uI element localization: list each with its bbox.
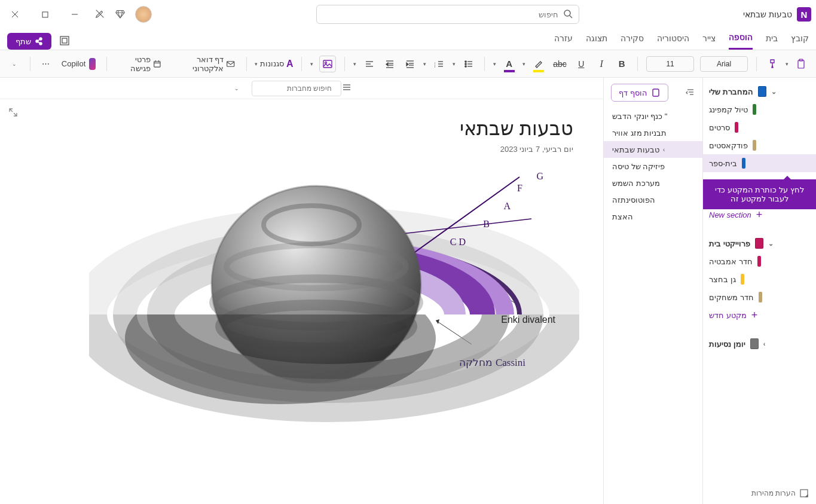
tab-view[interactable]: תצוגה [586, 29, 607, 50]
numbering-button[interactable]: 123 [432, 56, 447, 72]
close-button[interactable] [5, 4, 25, 25]
maximize-button[interactable] [35, 4, 55, 25]
page-item[interactable]: פיזיקה של טיסה [604, 158, 702, 175]
format-painter-icon[interactable] [765, 56, 781, 72]
page-item[interactable]: האצת [604, 208, 702, 225]
page-item[interactable]: הפוטוסינתזה [604, 191, 702, 208]
chevron-down-icon[interactable]: ▾ [310, 61, 313, 67]
copilot-button[interactable]: Copilot [59, 56, 98, 72]
strikethrough-button[interactable]: abc [552, 56, 568, 72]
section-podcasts[interactable]: פודקאסטים [703, 136, 816, 154]
svg-point-14 [465, 60, 466, 62]
tab-insert[interactable]: הוספה [729, 29, 753, 50]
styles-button[interactable]: A סגנונות ▾ [255, 56, 294, 72]
canvas: ⌄ טבעות שבתאי יום רביעי, 7 ביוני 2023 [0, 78, 603, 504]
notebook-search[interactable]: ⌄ [252, 81, 341, 96]
tabs: קובץ בית הוספה צייר היסטוריה סקירה תצוגה… [554, 29, 809, 50]
chevron-down-icon[interactable]: ▾ [786, 61, 789, 67]
diamond-icon[interactable] [115, 8, 126, 21]
tabs-left-actions: שתף [7, 33, 71, 50]
titlebar-left [5, 4, 152, 25]
section-school[interactable]: בית-ספר [703, 154, 816, 172]
tab-help[interactable]: עזרה [554, 29, 573, 50]
font-name-select[interactable]: Arial [700, 56, 748, 72]
align-button[interactable] [362, 56, 377, 72]
add-page-button[interactable]: הוסף דף [611, 84, 668, 102]
notebook-header[interactable]: ⌄ המחברת שלי [703, 83, 816, 100]
page-item[interactable]: תבניות מזג אוויר [604, 124, 702, 141]
main: ⌄ המחברת שלי טיול קמפינג סרטים פודקאסטים… [0, 78, 816, 504]
section-camping[interactable]: טיול קמפינג [703, 100, 816, 118]
ring-label-b: B [483, 219, 490, 230]
svg-rect-7 [60, 36, 69, 45]
fullscreen-icon[interactable] [59, 35, 71, 48]
indent-decrease-button[interactable] [383, 56, 397, 72]
share-button[interactable]: שתף [7, 33, 51, 50]
highlight-button[interactable] [531, 56, 546, 72]
tab-review[interactable]: סקירה [621, 29, 644, 50]
canvas-toolbar: ⌄ [0, 78, 603, 99]
svg-point-10 [36, 40, 38, 42]
section-gameroom[interactable]: חדר משחקים [703, 288, 816, 306]
chevron-down-icon[interactable]: ▾ [453, 61, 456, 67]
page-item[interactable]: מערכת השמש [604, 175, 702, 191]
page-item[interactable]: ›טבעות שבתאי [604, 141, 702, 158]
chevron-down-icon[interactable]: ▾ [423, 61, 426, 67]
bullets-button[interactable] [462, 56, 476, 72]
indent-increase-button[interactable] [403, 56, 417, 72]
tab-draw[interactable]: צייר [702, 29, 716, 50]
page-title[interactable]: טבעות שבתאי [12, 117, 573, 140]
new-section2-button[interactable]: +מקטע חדש [703, 306, 816, 324]
avatar[interactable] [135, 6, 152, 23]
tooltip: לחץ על כותרת המקטע כדי לעבור למקטע זה [703, 179, 816, 209]
section-movies[interactable]: סרטים [703, 118, 816, 136]
insert-image-button[interactable] [319, 56, 336, 72]
tab-history[interactable]: היסטוריה [657, 29, 689, 50]
meeting-details-button[interactable]: פרטי פגישה [115, 56, 163, 72]
italic-button[interactable]: I [594, 56, 609, 72]
plus-icon: + [756, 209, 763, 221]
svg-line-2 [96, 10, 104, 17]
ring-label-f: F [517, 183, 522, 194]
notebook-icon [750, 338, 759, 349]
chevron-down-icon[interactable]: ▾ [522, 61, 525, 67]
tab-home[interactable]: בית [766, 29, 778, 50]
notebook-icon [755, 238, 763, 249]
font-size-select[interactable]: 11 [646, 56, 694, 72]
notebook-travel-header[interactable]: › יומן נסיעות [703, 335, 816, 353]
underline-button[interactable]: U [574, 56, 588, 72]
saturn-image: G F A B C D Enki divalent Cassini מחלקה [29, 147, 579, 504]
svg-rect-8 [62, 38, 67, 43]
minimize-button[interactable] [65, 4, 85, 25]
app-icon: N [797, 7, 811, 22]
quick-notes[interactable]: הערות מהירות [709, 488, 809, 498]
page-item[interactable]: " כנף יונקי הדבש [604, 108, 702, 124]
tab-file[interactable]: קובץ [791, 29, 809, 50]
svg-point-18 [465, 65, 466, 66]
search-input[interactable] [323, 10, 558, 19]
expand-icon[interactable] [8, 108, 18, 119]
search-box[interactable] [316, 5, 579, 24]
notebook-search-input[interactable] [243, 84, 332, 93]
ribbon: ▾ Arial 11 B I U abc ▾ A ▾ ▾ 123 ▾ ▾ ▾ A… [0, 50, 816, 78]
section-bathroom[interactable]: חדר אמבטיה [703, 252, 816, 270]
more-button[interactable]: ⋯ [39, 56, 53, 72]
chevron-down-icon[interactable]: ▾ [493, 61, 496, 67]
ring-label-a: A [503, 201, 511, 212]
ring-label-g: G [536, 171, 543, 182]
sort-icon[interactable] [686, 87, 695, 99]
note-area[interactable]: טבעות שבתאי יום רביעי, 7 ביוני 2023 [0, 99, 603, 504]
clipboard-icon[interactable] [793, 56, 809, 72]
pen-off-icon[interactable] [94, 8, 105, 21]
chevron-right-icon: › [663, 146, 665, 153]
font-color-button[interactable]: A [502, 56, 517, 72]
section-garden[interactable]: גן בחצר [703, 270, 816, 288]
hamburger-icon[interactable] [341, 82, 352, 94]
search-icon [563, 9, 573, 20]
email-page-button[interactable]: דף דואר אלקטרוני [169, 56, 237, 72]
notebook-projects-header[interactable]: ⌄ פרוייקטי בית [703, 234, 816, 252]
chevron-down-icon[interactable]: ▾ [353, 61, 356, 67]
chevron-down-icon[interactable]: ⌄ [234, 85, 239, 91]
bold-button[interactable]: B [615, 56, 629, 72]
ribbon-collapse-button[interactable]: ⌄ [7, 56, 22, 72]
